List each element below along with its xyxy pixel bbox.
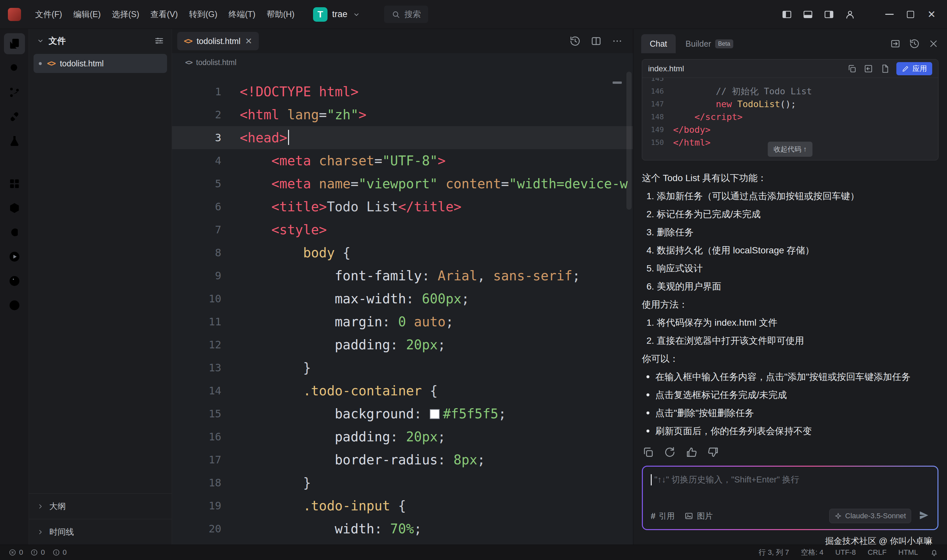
regenerate-icon[interactable] [664, 446, 676, 458]
search-icon [391, 10, 400, 19]
collapse-code-button[interactable]: 收起代码 ↑ [768, 142, 813, 157]
menu-item[interactable]: 选择(S) [106, 5, 145, 24]
assistant-message: 这个 Todo List 具有以下功能： 1. 添加新任务（可以通过点击添加按钮… [642, 169, 938, 440]
maximize-button[interactable] [905, 9, 916, 20]
tab-label: todolist.html [197, 37, 240, 46]
cando-list: 在输入框中输入任务内容，点击"添加"按钮或按回车键添加任务点击复选框标记任务完成… [642, 368, 938, 440]
close-tab-icon[interactable]: ✕ [245, 37, 252, 45]
image-icon [684, 511, 693, 520]
line-number: 5 [172, 172, 221, 195]
menu-item[interactable]: 查看(V) [145, 5, 183, 24]
code-token: Arial [438, 268, 477, 283]
code-token: .todo-container [303, 383, 422, 398]
menu-item[interactable]: 转到(G) [183, 5, 223, 24]
minimize-button[interactable] [884, 9, 895, 20]
image-button[interactable]: 图片 [684, 511, 713, 521]
code-token [240, 429, 335, 444]
references-icon[interactable] [4, 106, 25, 127]
tab-chat[interactable]: Chat [641, 34, 676, 53]
language-mode[interactable]: HTML [898, 548, 918, 557]
file-history-icon[interactable] [569, 35, 581, 47]
explorer-icon[interactable] [4, 33, 25, 54]
line-number: 12 [172, 333, 221, 356]
copy-message-icon[interactable] [642, 446, 654, 458]
code-token [240, 452, 335, 467]
menu-item[interactable]: 帮助(H) [261, 5, 300, 24]
code-token: "width=device-w [509, 176, 628, 191]
message-actions [642, 446, 938, 458]
breadcrumb[interactable]: <> todolist.html [172, 53, 633, 72]
file-item-todolist[interactable]: <> todolist.html [34, 54, 167, 73]
html-file-icon: <> [184, 37, 192, 46]
bullet-dot [647, 411, 650, 414]
cursor-position[interactable]: 行 3, 列 7 [759, 548, 789, 557]
package-icon[interactable] [4, 197, 25, 218]
text-cursor [651, 474, 652, 485]
more-actions-icon[interactable] [611, 35, 623, 47]
menu-item[interactable]: 终端(T) [223, 5, 261, 24]
split-editor-icon[interactable] [590, 35, 602, 47]
problems-info[interactable]: 0 [52, 548, 67, 557]
tab-builder[interactable]: Builder Beta [685, 34, 733, 53]
close-panel-icon[interactable] [928, 38, 939, 49]
run-icon[interactable] [4, 246, 25, 267]
encoding[interactable]: UTF-8 [835, 548, 856, 557]
search-sidebar-icon[interactable] [4, 57, 25, 78]
line-number: 19 [172, 494, 221, 517]
eol-setting[interactable]: CRLF [868, 548, 887, 557]
code-token: sans-serif [493, 268, 573, 283]
outline-section[interactable]: 大纲 [29, 493, 172, 519]
bullet-text: 点击复选框标记任务完成/未完成 [655, 386, 787, 404]
apply-button[interactable]: 应用 [896, 62, 932, 75]
menu-item[interactable]: 文件(F) [29, 5, 68, 24]
code-token: > [359, 107, 366, 122]
menu-item[interactable]: 编辑(E) [68, 5, 106, 24]
code-line: 149</body> [642, 123, 938, 136]
code-token [438, 176, 445, 191]
copilot-icon[interactable] [4, 222, 25, 243]
problems-warnings[interactable]: 0 [30, 548, 45, 557]
insert-code-icon[interactable] [864, 64, 873, 74]
workspace-switcher[interactable]: T trae [313, 7, 361, 22]
breadcrumb-item[interactable]: todolist.html [196, 58, 236, 67]
close-button[interactable]: ✕ [926, 9, 937, 20]
open-chat-editor-icon[interactable] [890, 38, 901, 49]
model-selector[interactable]: Claude-3.5-Sonnet [829, 509, 911, 523]
notifications-bell-icon[interactable] [930, 548, 938, 557]
text-cursor [288, 130, 289, 145]
code-editor[interactable]: 1<!DOCTYPE html>2<html lang="zh">3<head>… [172, 72, 633, 545]
account-icon[interactable] [844, 9, 856, 20]
copy-code-icon[interactable] [847, 64, 857, 74]
tab-todolist[interactable]: <> todolist.html ✕ [177, 32, 259, 50]
cando-item: 在输入框中输入任务内容，点击"添加"按钮或按回车键添加任务 [642, 368, 938, 386]
history-icon[interactable] [4, 295, 25, 316]
global-search[interactable]: 搜索 [384, 6, 428, 23]
code-token: ; [499, 406, 507, 421]
line-number: 1 [172, 80, 221, 103]
problems-errors[interactable]: 0 [9, 548, 23, 557]
code-line: 14 .todo-container { [172, 379, 633, 402]
thumbs-down-icon[interactable] [707, 446, 719, 458]
toggle-panel-bottom-icon[interactable] [802, 9, 813, 20]
media-icon[interactable] [4, 271, 25, 291]
error-icon [9, 549, 17, 556]
toggle-sidebar-left-icon[interactable] [781, 9, 793, 20]
create-file-icon[interactable] [880, 64, 890, 74]
sidebar-header[interactable]: 文件 [29, 29, 172, 52]
editor-scrollbar[interactable] [627, 72, 632, 210]
thumbs-up-icon[interactable] [685, 446, 698, 458]
send-button[interactable] [918, 510, 930, 522]
extensions-grid-icon[interactable] [4, 173, 25, 194]
filter-icon[interactable] [154, 35, 165, 46]
chat-input[interactable]: "↑↓" 切换历史输入，"Shift+Enter" 换行 # 引用 图片 [643, 467, 938, 529]
code-line: 16 padding: 20px; [172, 425, 633, 448]
reference-button[interactable]: # 引用 [651, 511, 674, 521]
toggle-sidebar-right-icon[interactable] [823, 9, 835, 20]
chat-history-icon[interactable] [909, 38, 920, 49]
timeline-section[interactable]: 时间线 [29, 519, 172, 545]
source-control-icon[interactable] [4, 82, 25, 103]
indent-setting[interactable]: 空格: 4 [801, 548, 823, 557]
test-flask-icon[interactable] [4, 131, 25, 151]
minimap [613, 82, 622, 84]
app-window: 文件(F)编辑(E)选择(S)查看(V)转到(G)终端(T)帮助(H) T tr… [0, 0, 947, 560]
